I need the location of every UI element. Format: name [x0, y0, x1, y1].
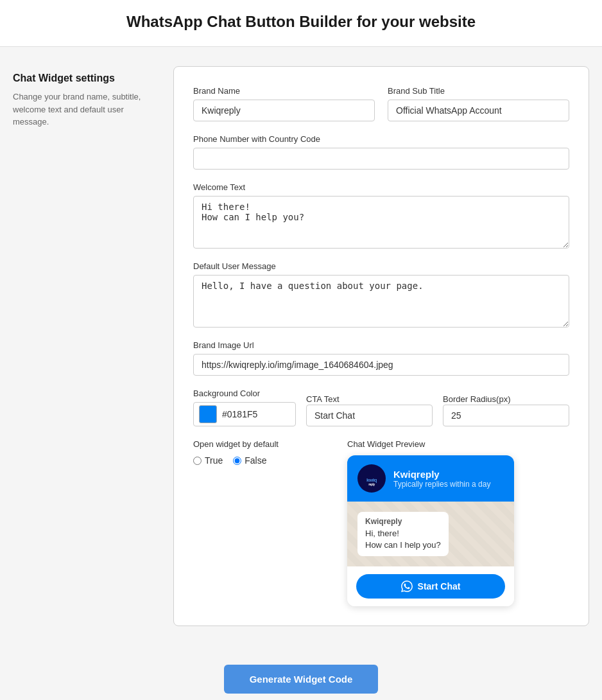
chat-avatar: kwiq reply	[357, 464, 386, 493]
start-chat-label: Start Chat	[418, 581, 461, 591]
welcome-text-input[interactable]: Hi there! How can I help you?	[193, 196, 569, 249]
form-card: Brand Name Brand Sub Title Phone Number …	[173, 66, 589, 626]
chat-preview-section: Chat Widget Preview kwiq reply Kwiqreply	[347, 439, 569, 606]
default-message-label: Default User Message	[193, 261, 569, 271]
sidebar: Chat Widget settings Change your brand n…	[13, 66, 154, 626]
default-message-input[interactable]: Hello, I have a question about your page…	[193, 275, 569, 328]
radio-false[interactable]: False	[233, 455, 266, 466]
welcome-text-label: Welcome Text	[193, 182, 569, 192]
chat-bubble: Kwiqreply Hi, there! How can I help you?	[357, 512, 449, 556]
chat-bubble-text: Hi, there! How can I help you?	[365, 528, 441, 551]
radio-false-label: False	[245, 455, 266, 466]
chat-footer: Start Chat	[347, 566, 514, 606]
color-hex-input[interactable]	[222, 409, 273, 419]
sidebar-title: Chat Widget settings	[13, 73, 154, 84]
chat-brand-info: Kwiqreply Typically replies within a day	[393, 469, 490, 489]
svg-text:reply: reply	[368, 482, 375, 486]
brand-subtitle-label: Brand Sub Title	[388, 86, 569, 96]
avatar-logo-icon: kwiq reply	[359, 466, 384, 491]
brand-name-label: Brand Name	[193, 86, 375, 96]
sidebar-description: Change your brand name, subtitle, welcom…	[13, 91, 154, 128]
radio-true-input[interactable]	[193, 457, 202, 465]
bg-color-input-wrap[interactable]	[193, 402, 296, 426]
brand-image-label: Brand Image Url	[193, 340, 569, 350]
chat-widget-preview: kwiq reply Kwiqreply Typically replies w…	[347, 455, 514, 606]
whatsapp-icon	[401, 581, 413, 592]
page-title: WhatsApp Chat Button Builder for your we…	[0, 0, 602, 47]
border-radius-input[interactable]	[443, 405, 569, 426]
cta-text-label: CTA Text	[306, 394, 340, 404]
phone-label: Phone Number with Country Code	[193, 134, 569, 144]
bg-color-label: Background Color	[193, 389, 296, 398]
chat-body: Kwiqreply Hi, there! How can I help you?	[347, 502, 514, 566]
radio-true-label: True	[205, 455, 223, 466]
brand-subtitle-input[interactable]	[388, 100, 569, 121]
radio-false-input[interactable]	[233, 457, 241, 465]
generate-widget-button[interactable]: Generate Widget Code	[224, 665, 379, 694]
chat-brand-name: Kwiqreply	[393, 469, 490, 480]
brand-image-input[interactable]	[193, 354, 569, 376]
border-radius-label: Border Radius(px)	[443, 394, 511, 404]
chat-bubble-sender: Kwiqreply	[365, 517, 441, 526]
generate-section: Generate Widget Code	[0, 645, 602, 700]
open-widget-radio-group: True False	[193, 455, 322, 466]
phone-input[interactable]	[193, 148, 569, 170]
cta-text-input[interactable]	[306, 405, 433, 426]
open-widget-label: Open widget by default	[193, 439, 322, 449]
start-chat-button[interactable]: Start Chat	[356, 574, 505, 599]
preview-label: Chat Widget Preview	[347, 439, 569, 449]
open-widget-section: Open widget by default True False	[193, 439, 322, 606]
brand-name-input[interactable]	[193, 100, 375, 121]
color-swatch	[199, 405, 217, 423]
chat-header: kwiq reply Kwiqreply Typically replies w…	[347, 455, 514, 502]
radio-true[interactable]: True	[193, 455, 223, 466]
chat-brand-sub: Typically replies within a day	[393, 480, 490, 489]
